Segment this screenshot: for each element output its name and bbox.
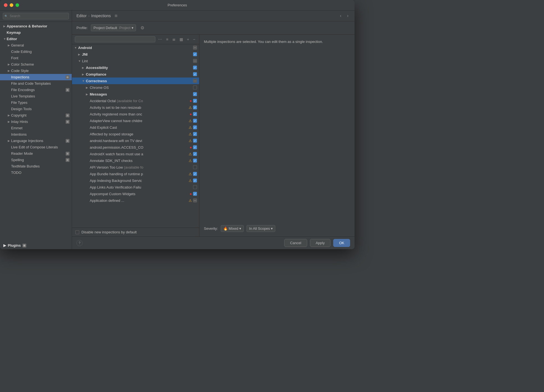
maximize-button[interactable] — [16, 3, 19, 7]
insp-checkbox-permission-access[interactable] — [193, 145, 197, 149]
insp-checkbox-accidental-octal[interactable] — [193, 99, 197, 103]
insp-checkbox-android[interactable] — [193, 46, 197, 50]
insp-item-android[interactable]: ▼ Android — [72, 44, 199, 51]
insp-item-annotate-sdk[interactable]: Annotate SDK_INT checks ⚠ — [72, 157, 199, 164]
insp-item-scoped-storage[interactable]: Affected by scoped storage ⚠ — [72, 131, 199, 137]
insp-checkbox-hardware-wifi[interactable] — [193, 139, 197, 143]
sidebar-item-code-style[interactable]: ▶ Code Style — [0, 68, 72, 74]
remove-inspection-button[interactable]: − — [192, 37, 196, 42]
insp-checkbox-add-explicit-cast[interactable] — [193, 125, 197, 129]
insp-checkbox-api-version[interactable] — [193, 165, 197, 169]
sidebar-item-keymap[interactable]: Keymap — [0, 29, 72, 36]
sidebar-item-reader-mode[interactable]: Reader Mode ⊞ — [0, 150, 72, 157]
insp-item-api-version[interactable]: API Version Too Low (available fo — [72, 164, 199, 171]
insp-item-compliance[interactable]: ▶ Compliance — [72, 71, 199, 78]
severity-select[interactable]: 🔥 Mixed ▾ — [221, 225, 244, 232]
insp-checkbox-correctness[interactable] — [193, 79, 197, 83]
insp-checkbox-adapterview[interactable] — [193, 119, 197, 123]
insp-checkbox-messages[interactable] — [193, 92, 197, 96]
insp-checkbox-activity-non-resizable[interactable] — [193, 105, 197, 109]
insp-item-hardware-wifi[interactable]: android.hardware.wifi on TV devi ⚠ — [72, 137, 199, 144]
sidebar-item-code-editing[interactable]: Code Editing — [0, 48, 72, 55]
insp-checkbox-lint[interactable] — [193, 59, 197, 63]
insp-item-jni[interactable]: ▶ JNI — [72, 51, 199, 58]
insp-checkbox-androidx-watch[interactable] — [193, 152, 197, 156]
sidebar-item-inlay-hints[interactable]: ▶ Inlay Hints ⊞ — [0, 118, 72, 125]
sidebar-plugins-label: Plugins — [8, 243, 21, 247]
insp-checkbox-app-indexing[interactable] — [193, 179, 197, 182]
sidebar-search-input[interactable] — [3, 13, 69, 19]
sidebar-item-emmet[interactable]: Emmet — [0, 125, 72, 131]
insp-checkbox-app-links[interactable] — [193, 185, 197, 189]
insp-item-correctness[interactable]: ▼ Correctness — [72, 78, 199, 84]
insp-item-chrome-os[interactable]: ▶ Chrome OS — [72, 84, 199, 91]
minimize-button[interactable] — [10, 3, 13, 7]
insp-item-accessibility[interactable]: ▶ Accessibility — [72, 64, 199, 71]
sidebar-item-font[interactable]: Font — [0, 55, 72, 61]
ok-button[interactable]: OK — [333, 239, 350, 247]
insp-item-androidx-watch[interactable]: AndroidX watch faces must use a ⚠ — [72, 151, 199, 157]
insp-item-add-explicit-cast[interactable]: Add Explicit Cast ⚠ — [72, 124, 199, 131]
insp-item-appcompat-widgets[interactable]: Appcompat Custom Widgets ● — [72, 190, 199, 197]
sidebar-item-todo[interactable]: TODO — [0, 169, 72, 176]
add-inspection-button[interactable]: + — [186, 37, 190, 42]
sidebar-item-file-code-templates[interactable]: File and Code Templates — [0, 80, 72, 87]
insp-item-adapterview[interactable]: AdapterView cannot have childre ⚠ — [72, 117, 199, 124]
insp-checkbox-appcompat-widgets[interactable] — [193, 192, 197, 196]
insp-checkbox-jni[interactable] — [193, 52, 197, 56]
sidebar-item-general[interactable]: ▶ General — [0, 42, 72, 48]
filter-button[interactable]: ⋯ — [157, 37, 163, 42]
nav-forward-button[interactable]: › — [345, 13, 350, 19]
insp-item-app-bundle[interactable]: App Bundle handling of runtime p ⚠ — [72, 171, 199, 177]
view-options-button[interactable]: ▦ — [178, 37, 184, 42]
sidebar-plugins-section[interactable]: ▶ Plugins ⊞ — [0, 242, 72, 249]
insp-checkbox-app-bundle[interactable] — [193, 172, 197, 176]
settings-gear-button[interactable]: ⚙ — [139, 24, 145, 32]
inspections-search-input[interactable] — [75, 36, 155, 42]
expand-all-button[interactable]: ≣ — [171, 37, 177, 42]
profile-select[interactable]: Project Default Project ▾ — [91, 24, 136, 31]
insp-item-app-links[interactable]: App Links Auto Verification Failu — [72, 184, 199, 190]
sidebar-item-inspections[interactable]: Inspections ⊞ — [0, 74, 72, 80]
insp-checkbox-activity-registered[interactable] — [193, 112, 197, 116]
restore-layout-icon[interactable]: ⊞ — [115, 14, 117, 18]
cancel-button[interactable]: Cancel — [284, 239, 307, 247]
insp-item-accidental-octal[interactable]: Accidental Octal (available for Co ● — [72, 97, 199, 104]
sidebar-item-file-encodings[interactable]: File Encodings ⊞ — [0, 87, 72, 93]
sidebar-item-language-injections[interactable]: ▶ Language Injections ⊞ — [0, 138, 72, 144]
insp-checkbox-annotate-sdk[interactable] — [193, 159, 197, 163]
insp-checkbox-chrome-os[interactable] — [193, 86, 197, 89]
collapse-all-button[interactable]: ≡ — [165, 37, 169, 42]
sidebar-item-textmate-bundles[interactable]: TextMate Bundles — [0, 163, 72, 169]
sidebar-item-color-scheme[interactable]: ▶ Color Scheme — [0, 61, 72, 68]
insp-checkbox-scoped-storage[interactable] — [193, 132, 197, 136]
apply-button[interactable]: Apply — [310, 239, 331, 247]
insp-label: Compliance — [86, 72, 193, 76]
sidebar-item-design-tools[interactable]: Design Tools — [0, 106, 72, 112]
insp-item-permission-access[interactable]: android.permission.ACCESS_CO ● — [72, 144, 199, 151]
insp-item-app-indexing[interactable]: App Indexing Background Servic ⚠ — [72, 177, 199, 184]
sidebar-item-live-templates[interactable]: Live Templates — [0, 93, 72, 99]
sidebar-item-label: Font — [11, 56, 70, 60]
sidebar-item-file-types[interactable]: File Types — [0, 99, 72, 106]
sidebar-item-intentions[interactable]: Intentions — [0, 131, 72, 138]
insp-item-messages[interactable]: ▶ Messages — [72, 91, 199, 97]
sidebar-item-copyright[interactable]: ▶ Copyright ⊞ — [0, 112, 72, 118]
disable-new-inspections-checkbox[interactable] — [75, 230, 79, 234]
insp-label: AdapterView cannot have childre — [90, 119, 189, 123]
insp-checkbox-compliance[interactable] — [193, 72, 197, 76]
insp-item-lint[interactable]: ▼ Lint — [72, 58, 199, 64]
insp-checkbox-application-defined[interactable] — [193, 198, 197, 202]
help-button[interactable]: ? — [76, 240, 83, 246]
sidebar-item-appearance[interactable]: ▶ Appearance & Behavior — [0, 23, 72, 29]
close-button[interactable] — [4, 3, 7, 7]
insp-checkbox-accessibility[interactable] — [193, 66, 197, 69]
sidebar-item-live-edit-compose[interactable]: Live Edit of Compose Literals — [0, 144, 72, 150]
sidebar-item-spelling[interactable]: Spelling ⊞ — [0, 157, 72, 163]
insp-item-activity-non-resizable[interactable]: Activity is set to be non resizeab ⚠ — [72, 104, 199, 111]
scope-select[interactable]: In All Scopes ▾ — [247, 225, 275, 232]
sidebar-item-editor[interactable]: ▼ Editor — [0, 36, 72, 42]
insp-item-activity-registered[interactable]: Activity registered more than onc ● — [72, 111, 199, 117]
nav-back-button[interactable]: ‹ — [338, 13, 343, 19]
insp-item-application-defined[interactable]: Application defined ... ⚠ — [72, 197, 199, 204]
